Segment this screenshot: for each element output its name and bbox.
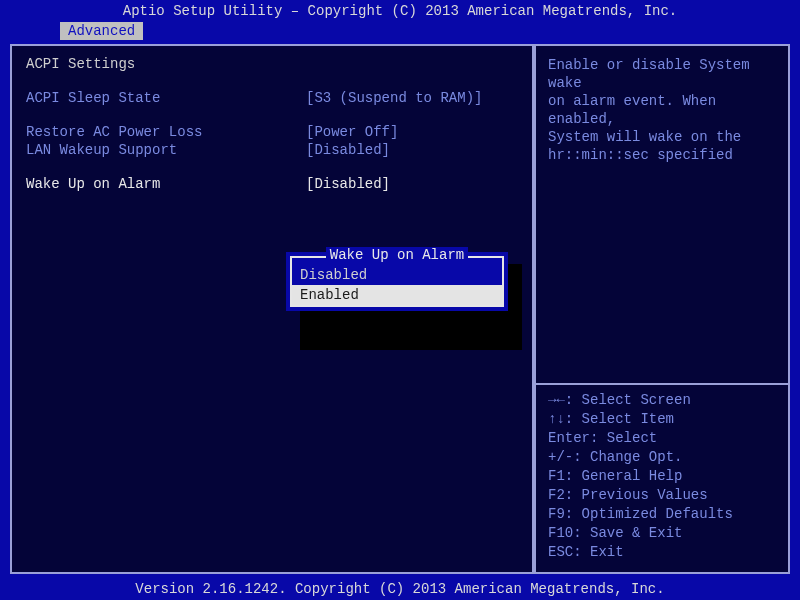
key-f10: F10: Save & Exit: [548, 524, 776, 543]
tab-advanced[interactable]: Advanced: [60, 22, 143, 40]
key-enter: Enter: Select: [548, 429, 776, 448]
key-select-screen: →←: Select Screen: [548, 391, 776, 410]
popup-option-disabled[interactable]: Disabled: [292, 265, 502, 285]
help-line: System will wake on the: [548, 128, 776, 146]
setting-restore-ac-power-loss[interactable]: Restore AC Power Loss [Power Off]: [26, 124, 518, 140]
title-bar: Aptio Setup Utility – Copyright (C) 2013…: [0, 0, 800, 22]
setting-label: LAN Wakeup Support: [26, 142, 306, 158]
setting-label: Restore AC Power Loss: [26, 124, 306, 140]
popup-option-enabled[interactable]: Enabled: [292, 285, 502, 305]
help-line: Enable or disable System wake: [548, 56, 776, 92]
setting-value: [Disabled]: [306, 142, 390, 158]
setting-value: [Power Off]: [306, 124, 398, 140]
popup-title: Wake Up on Alarm: [292, 247, 502, 263]
key-f1: F1: General Help: [548, 467, 776, 486]
section-title: ACPI Settings: [26, 56, 518, 72]
setting-value: [S3 (Suspend to RAM)]: [306, 90, 482, 106]
setting-acpi-sleep-state[interactable]: ACPI Sleep State [S3 (Suspend to RAM)]: [26, 90, 518, 106]
key-select-item: ↑↓: Select Item: [548, 410, 776, 429]
help-panel: Enable or disable System wake on alarm e…: [534, 44, 790, 574]
help-line: on alarm event. When enabled,: [548, 92, 776, 128]
key-f2: F2: Previous Values: [548, 486, 776, 505]
setting-label: ACPI Sleep State: [26, 90, 306, 106]
setting-label: Wake Up on Alarm: [26, 176, 306, 192]
footer-bar: Version 2.16.1242. Copyright (C) 2013 Am…: [0, 578, 800, 600]
setting-lan-wakeup-support[interactable]: LAN Wakeup Support [Disabled]: [26, 142, 518, 158]
option-popup: Wake Up on Alarm Disabled Enabled: [286, 252, 508, 311]
key-esc: ESC: Exit: [548, 543, 776, 562]
key-legend: →←: Select Screen ↑↓: Select Item Enter:…: [548, 391, 776, 562]
menu-tab-bar: Advanced: [0, 22, 800, 42]
help-text: Enable or disable System wake on alarm e…: [548, 56, 776, 164]
setting-value: [Disabled]: [306, 176, 390, 192]
help-line: hr::min::sec specified: [548, 146, 776, 164]
key-change-opt: +/-: Change Opt.: [548, 448, 776, 467]
setting-wake-up-on-alarm[interactable]: Wake Up on Alarm [Disabled]: [26, 176, 518, 192]
key-f9: F9: Optimized Defaults: [548, 505, 776, 524]
divider: [536, 383, 788, 385]
